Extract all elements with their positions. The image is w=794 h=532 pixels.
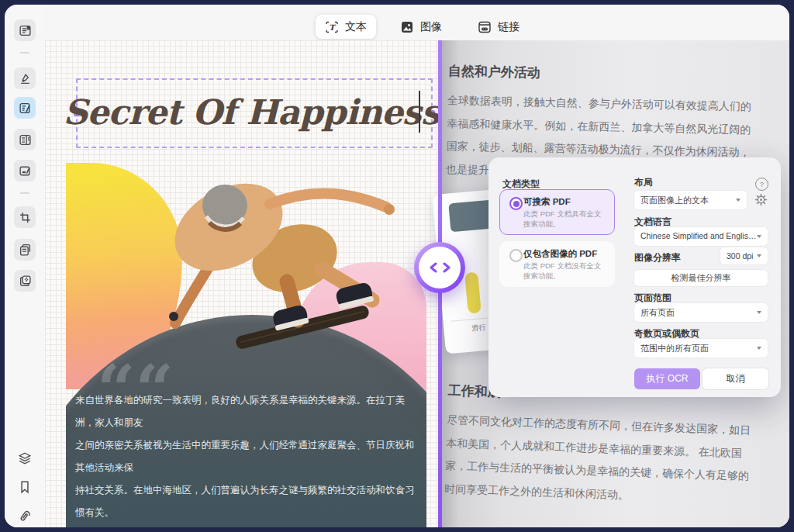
odd-even-select[interactable]: 范围中的所有页面	[634, 339, 768, 358]
bookmarks-panel-button[interactable]	[16, 478, 34, 496]
resolution-select[interactable]: 300 dpi	[720, 247, 768, 264]
quote-line: 持社交关系。在地中海地区，人们普遍认为长寿之谜与频繁的社交活动和饮食习惯有关。	[75, 479, 422, 524]
sidebar-divider	[20, 52, 29, 54]
chevron-down-icon	[757, 235, 761, 238]
pages-tool-button[interactable]	[14, 239, 36, 261]
layers-icon	[18, 451, 32, 465]
option-image-only-pdf[interactable]: 仅包含图像的 PDF 此类 PDF 文档没有全文搜索功能。	[499, 241, 615, 287]
form-icon	[19, 133, 32, 147]
card-caption: 滑行	[471, 323, 486, 334]
tab-text[interactable]: T 文本	[316, 15, 376, 39]
layout-label: 布局	[634, 176, 653, 189]
help-glyph: ?	[760, 181, 764, 188]
detect-resolution-label: 检测最佳分辨率	[671, 272, 731, 284]
annotate-tool-button[interactable]	[14, 19, 36, 41]
crop-tool-button[interactable]	[14, 206, 36, 228]
link-tool-icon	[478, 20, 492, 34]
pages-icon	[19, 244, 32, 257]
page-range-select[interactable]: 所有页面	[634, 303, 768, 322]
chevron-down-icon	[736, 199, 740, 202]
layers-panel-button[interactable]	[16, 449, 34, 468]
highlighter-icon	[19, 72, 32, 85]
edit-icon	[19, 102, 32, 115]
option-label: 仅包含图像的 PDF	[523, 248, 597, 260]
top-toolbar: T 文本 图像 链接	[45, 5, 789, 40]
left-sidebar	[5, 5, 45, 527]
resolution-label: 图像分辨率	[634, 251, 681, 264]
scan-heading-nature: 自然和户外活动	[448, 62, 760, 86]
stamp-tool-button[interactable]	[14, 270, 36, 292]
scan-section-work: 工作和成 尽管不同文化对工作的态度有所不同，但在许多发达国家，如日 本和美国，个…	[444, 382, 760, 511]
layout-select[interactable]: 页面图像上的文本	[634, 191, 747, 209]
odd-even-value: 范围中的所有页面	[640, 343, 709, 354]
perform-ocr-button[interactable]: 执行 OCR	[634, 368, 700, 389]
option-description: 此类 PDF 文档没有全文搜索功能。	[523, 261, 606, 281]
chevron-left-icon	[429, 262, 437, 273]
annotate-icon	[19, 24, 32, 37]
sign-icon	[19, 164, 32, 178]
tab-image[interactable]: 图像	[391, 15, 451, 39]
tab-text-label: 文本	[345, 20, 367, 34]
cancel-label: 取消	[727, 372, 745, 385]
tab-image-label: 图像	[420, 20, 442, 34]
document-title[interactable]: Secret Of Happiness	[88, 85, 414, 139]
option-description: 此类 PDF 文档具有全文搜索功能。	[523, 209, 606, 229]
page-range-value: 所有页面	[640, 307, 675, 319]
svg-text:T: T	[329, 22, 337, 31]
attachments-panel-button[interactable]	[16, 507, 34, 526]
paperclip-icon	[18, 510, 32, 523]
compare-drag-handle[interactable]	[414, 242, 465, 293]
cancel-button[interactable]: 取消	[703, 368, 768, 389]
chevron-down-icon	[757, 254, 761, 257]
option-searchable-pdf[interactable]: 可搜索 PDF 此类 PDF 文档具有全文搜索功能。	[499, 189, 615, 235]
quote-line: 之间的亲密关系被视为生活中的重要乐趣，人们经常通过家庭聚会、节日庆祝和其他活动来…	[75, 434, 422, 479]
help-icon[interactable]: ?	[755, 178, 768, 191]
tab-link[interactable]: 链接	[468, 15, 529, 39]
document-canvas[interactable]: Secret Of Happiness	[45, 40, 438, 527]
edit-tool-button[interactable]	[14, 97, 36, 119]
radio-unselected-icon[interactable]	[509, 249, 523, 262]
language-select[interactable]: Chinese Simplified and English-简...	[634, 227, 768, 246]
chevron-down-icon	[757, 347, 761, 350]
quote-paragraph[interactable]: 来自世界各地的研究一致表明，良好的人际关系是幸福的关键来源。在拉丁美洲，家人和朋…	[75, 389, 422, 524]
image-tool-icon	[400, 20, 414, 34]
title-selection-box[interactable]: Secret Of Happiness	[76, 78, 433, 148]
perform-ocr-label: 执行 OCR	[647, 372, 689, 385]
sign-tool-button[interactable]	[14, 160, 36, 181]
form-tool-button[interactable]	[14, 129, 36, 150]
ocr-settings-dialog: 文档类型 可搜索 PDF 此类 PDF 文档具有全文搜索功能。 仅包含图像的 P…	[488, 157, 781, 397]
text-cursor	[419, 91, 420, 133]
detect-resolution-button[interactable]: 检测最佳分辨率	[634, 270, 768, 286]
chevron-right-icon	[443, 262, 451, 273]
resolution-value: 300 dpi	[727, 251, 753, 261]
gear-icon[interactable]	[754, 193, 768, 206]
layout-value: 页面图像上的文本	[640, 195, 709, 206]
text-tool-icon: T	[325, 20, 339, 34]
sidebar-divider	[20, 192, 29, 194]
tab-link-label: 链接	[498, 20, 520, 34]
radio-selected-icon[interactable]	[509, 197, 523, 210]
app-window: T 文本 图像 链接 Secret Of Happiness	[5, 5, 789, 527]
option-label: 可搜索 PDF	[523, 196, 571, 208]
quote-line: 来自世界各地的研究一致表明，良好的人际关系是幸福的关键来源。在拉丁美洲，家人和朋…	[75, 389, 422, 434]
language-value: Chinese Simplified and English-简...	[640, 231, 757, 242]
highlighter-tool-button[interactable]	[14, 67, 36, 89]
card-pill-graphic	[464, 272, 482, 314]
bookmark-icon	[18, 480, 32, 494]
chevron-down-icon	[757, 311, 761, 314]
stamp-icon	[19, 275, 32, 288]
photo-collage[interactable]: ““ 来自世界各地的研究一致表明，良好的人际关系是幸福的关键来源。在拉丁美洲，家…	[66, 163, 426, 527]
crop-icon	[19, 211, 32, 224]
skateboarder-photo	[140, 167, 419, 376]
